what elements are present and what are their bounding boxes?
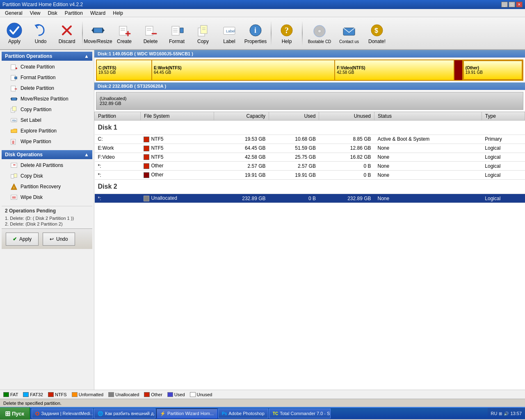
toolbar-sep1 <box>82 21 83 46</box>
toolbar-undo-button[interactable]: Undo <box>28 18 53 48</box>
toolbar-bootable-cd-button[interactable]: Bootable CD <box>305 18 334 48</box>
toolbar-create-button[interactable]: Create <box>112 18 137 48</box>
unused-legend-box <box>190 392 196 397</box>
disk-ops-header[interactable]: Disk Operations ▲ <box>2 150 92 159</box>
main-area: Partition Operations ▲ Create Partition … <box>0 50 525 390</box>
maximize-button[interactable]: □ <box>509 2 515 7</box>
disk1-other2-size: 19.91 GB <box>466 70 520 75</box>
row-partition: C: <box>95 135 141 144</box>
format-partition-icon <box>10 73 18 82</box>
table-row[interactable]: E:Work NTF5 64.45 GB 51.59 GB 12.86 GB N… <box>95 144 525 153</box>
sidebar-item-wipe-partition[interactable]: Wipe Partition <box>2 136 92 147</box>
taskbar-item-adobe-photoshop[interactable]: Ps Adobe Photoshop <box>218 409 268 418</box>
table-row[interactable]: F:Video NTF5 42.58 GB 25.75 GB 16.82 GB … <box>95 153 525 162</box>
svg-rect-49 <box>11 139 16 145</box>
network-icon: ⊞ <box>499 411 502 416</box>
disk2-group-row: Disk 2 <box>95 180 525 194</box>
menu-disk[interactable]: Disk <box>45 9 61 17</box>
toolbar-copy-button[interactable]: Copy <box>190 18 216 48</box>
sidebar-item-set-label[interactable]: Abc Set Label <box>2 115 92 126</box>
menu-general[interactable]: General <box>2 9 26 17</box>
format-icon <box>169 22 185 39</box>
toolbar-donate-button[interactable]: $ Donate! <box>364 18 390 48</box>
sidebar-bottom-bar: ✔ Apply ↩ Undo <box>2 228 92 249</box>
table-row[interactable]: C: NTF5 19.53 GB 10.68 GB 8.85 GB Active… <box>95 135 525 144</box>
minimize-button[interactable]: _ <box>501 2 508 7</box>
undo-icon <box>32 22 49 39</box>
table-row[interactable]: *: Other 19.91 GB 19.91 GB 0 B None Logi… <box>95 171 525 180</box>
create-icon <box>116 22 132 39</box>
sidebar-item-partition-recovery[interactable]: ! Partition Recovery <box>2 181 92 192</box>
fat-legend-box <box>3 392 9 397</box>
table-row[interactable]: *: Other 2.57 GB 2.57 GB 0 B None Logica… <box>95 162 525 171</box>
toolbar-move-resize-button[interactable]: Move/Resize <box>85 18 111 48</box>
sidebar-item-delete-partition[interactable]: Delete Partition <box>2 83 92 94</box>
toolbar-apply-button[interactable]: Apply <box>2 18 27 48</box>
donate-icon: $ <box>369 22 385 39</box>
disk2-partition-unallocated[interactable]: (Unallocated) 232.89 GB <box>96 92 523 110</box>
svg-text:i: i <box>254 26 256 34</box>
toolbar-format-button[interactable]: Format <box>164 18 189 48</box>
sidebar-item-copy-partition[interactable]: Copy Partition <box>2 104 92 115</box>
legend-bar: FAT FAT32 NTFS Unformatted Unallocated O… <box>0 390 525 399</box>
partition-recovery-icon: ! <box>10 183 18 191</box>
menu-view[interactable]: View <box>27 9 44 17</box>
disk1-group-row: Disk 1 <box>95 121 525 135</box>
windows-start-icon: ⊞ <box>5 410 10 418</box>
taskbar-item-zadania[interactable]: O Задания | RelevantMedi... <box>32 409 93 418</box>
apply-button[interactable]: ✔ Apply <box>6 233 39 246</box>
close-button[interactable]: ✕ <box>516 2 523 7</box>
menu-partition[interactable]: Partition <box>62 9 86 17</box>
toolbar-discard-button[interactable]: Discard <box>54 18 80 48</box>
svg-rect-55 <box>11 174 14 178</box>
toolbar-label-button[interactable]: Label Label <box>217 18 242 48</box>
language-indicator: RU <box>491 411 498 416</box>
partition-ops-header[interactable]: Partition Operations ▲ <box>2 52 92 61</box>
legend-fat: FAT <box>3 392 18 397</box>
volume-icon: 🔊 <box>504 411 509 416</box>
sidebar-item-create-partition[interactable]: Create Partition <box>2 62 92 72</box>
disk1-partition-fvideo[interactable]: F:Video(NTFS) 42.58 GB <box>335 60 454 80</box>
sidebar-item-explore-partition[interactable]: Explore Partition <box>2 126 92 136</box>
disk1-partition-ework[interactable]: E:Work(NTFS) 64.45 GB <box>152 60 335 80</box>
toolbar: Apply Undo Discard Move/Resize <box>0 17 525 50</box>
disk1-partition-c[interactable]: C:(NTFS) 19.53 GB <box>97 60 152 80</box>
toolbar-format-label: Format <box>169 39 185 44</box>
svg-rect-58 <box>11 195 17 200</box>
sidebar-item-copy-disk[interactable]: Copy Disk <box>2 171 92 181</box>
taskbar-item-razbit[interactable]: 🌐 Как разбить внешний д... <box>94 409 155 418</box>
taskbar-item-partition-wizard[interactable]: ⚡ Partition Wizard Hom... <box>156 409 217 418</box>
svg-rect-35 <box>11 65 16 70</box>
sidebar-item-format-partition[interactable]: Format Partition <box>2 72 92 83</box>
start-button[interactable]: ⊞ Пуск <box>0 407 30 420</box>
move-resize-icon <box>90 22 106 39</box>
toolbar-label-label: Label <box>223 39 235 44</box>
undo-button[interactable]: ↩ Undo <box>43 233 75 246</box>
status-bar: Delete the specified partition. <box>0 399 525 407</box>
col-type: Type <box>482 112 525 121</box>
disk1-partition-other1[interactable] <box>454 60 463 80</box>
legend-used: Used <box>167 392 185 397</box>
taskbar-right: RU ⊞ 🔊 13:57 <box>488 408 525 419</box>
toolbar-delete-button[interactable]: Delete <box>138 18 163 48</box>
menu-wizard[interactable]: Wizard <box>87 9 109 17</box>
photoshop-icon: Ps <box>222 411 227 416</box>
menu-help[interactable]: Help <box>110 9 126 17</box>
fs-color-dot <box>144 137 149 142</box>
bootable-cd-icon <box>311 23 328 39</box>
delete-all-partitions-icon <box>10 161 18 169</box>
sidebar-item-delete-all-partitions[interactable]: Delete All Partitions <box>2 160 92 171</box>
taskbar-item-total-commander[interactable]: TC Total Commander 7.0 - S... <box>269 409 331 418</box>
toolbar-help-button[interactable]: ? Help <box>274 18 299 48</box>
sidebar-item-move-resize-partition[interactable]: Move/Resize Partition <box>2 94 92 104</box>
title-bar-controls: _ □ ✕ <box>501 2 523 7</box>
svg-rect-39 <box>15 77 17 79</box>
table-row-selected[interactable]: *: Unallocated 232.89 GB 0 B 232.89 GB N… <box>95 194 525 203</box>
toolbar-properties-button[interactable]: i Properties <box>243 18 268 48</box>
toolbar-donate-label: Donate! <box>368 39 386 44</box>
toolbar-contact-us-button[interactable]: Contact us <box>335 18 363 48</box>
toolbar-delete-label: Delete <box>144 39 158 44</box>
sidebar-item-wipe-disk[interactable]: Wipe Disk <box>2 192 92 203</box>
disk-ops-section: Delete All Partitions Copy Disk ! Partit… <box>2 160 92 203</box>
disk1-partition-other2[interactable]: (Other) 19.91 GB <box>463 60 523 80</box>
